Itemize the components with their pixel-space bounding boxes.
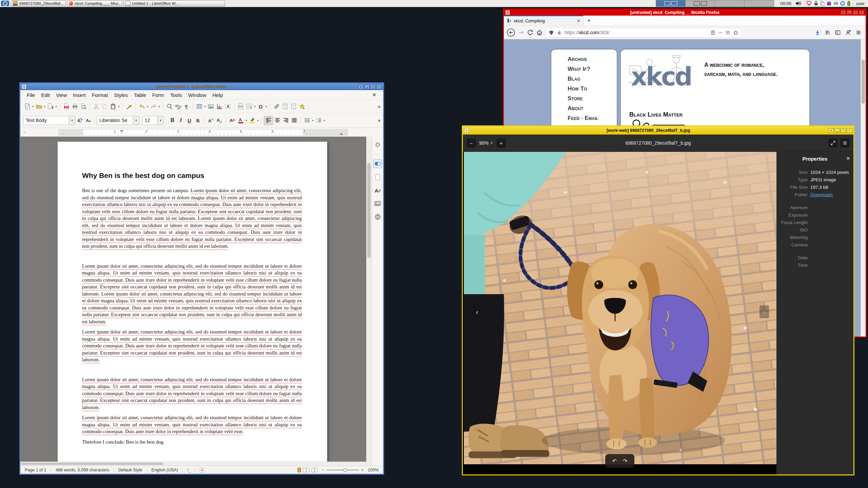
insert-hyperlink-icon[interactable] (272, 102, 281, 111)
menu-format[interactable]: Format (89, 92, 111, 98)
sidebar-navigator-icon[interactable] (374, 213, 382, 221)
save-icon[interactable] (46, 102, 55, 111)
viewer-titlebar[interactable]: ▾ [work-web] 6968727080_29ecef8af7_b.jpg… (463, 126, 853, 135)
page-actions-icon[interactable]: ⋯ (718, 30, 723, 35)
underline-button[interactable]: U (185, 116, 194, 125)
menu-insert[interactable]: Insert (70, 92, 89, 98)
special-character-icon[interactable]: Ω (256, 102, 265, 111)
insert-footnote-icon[interactable]: 1 (281, 102, 289, 111)
next-image-button[interactable]: › (760, 305, 769, 318)
indent-marker-right[interactable] (340, 133, 343, 135)
clipboard-pages-icon[interactable] (820, 1, 825, 6)
bullet-list-button[interactable] (303, 116, 311, 125)
taskbar-window-button[interactable]: xkcd: Compiling ___ Moz... (67, 0, 122, 6)
maximize-button[interactable]: ◻ (841, 128, 846, 133)
shade-button[interactable]: ▴ (358, 84, 363, 89)
paragraph-style-combo[interactable]: Text Body▼ (23, 116, 75, 125)
document-close-icon[interactable]: ✕ (372, 92, 380, 98)
status-page-number[interactable]: Page 1 of 1 (20, 468, 51, 472)
panel-close-icon[interactable]: ✕ (846, 156, 850, 161)
undo-icon[interactable] (138, 102, 146, 111)
viewer-menu-button[interactable] (841, 139, 849, 147)
align-right-button[interactable] (281, 116, 290, 125)
superscript-button[interactable]: A2 (206, 116, 215, 125)
insert-bookmark-icon[interactable] (298, 102, 306, 111)
align-center-button[interactable] (273, 116, 281, 125)
menu-table[interactable]: Table (131, 92, 149, 98)
font-size-combo[interactable]: 12▼ (142, 116, 164, 125)
new-tab-button[interactable]: + (584, 16, 594, 26)
xkcd-nav-link[interactable]: Store (568, 94, 617, 103)
lock-icon[interactable] (813, 1, 818, 6)
previous-image-button[interactable]: ‹ (472, 305, 482, 318)
account-icon[interactable] (845, 29, 851, 36)
vertical-scrollbar[interactable] (366, 137, 372, 466)
insert-endnote-icon[interactable]: i (289, 102, 298, 111)
document-page[interactable]: Why Ben is the best dog on campus Ben is… (58, 142, 327, 466)
bookmark-star-icon[interactable] (733, 30, 738, 35)
align-left-button[interactable] (264, 116, 273, 125)
numbered-list-button[interactable]: 1.2. (314, 116, 323, 125)
window-menu-icon[interactable]: ▾ (22, 84, 26, 89)
menu-file[interactable]: File (24, 92, 38, 98)
minimize-button[interactable]: ▁ (364, 84, 370, 89)
zoom-slider-thumb[interactable] (343, 468, 347, 472)
dog-photo[interactable] (464, 152, 776, 464)
workspace-4[interactable] (744, 0, 774, 7)
insert-chart-icon[interactable] (215, 102, 223, 111)
update-style-icon[interactable]: A (75, 116, 84, 125)
sidebar-toggle-icon[interactable] (835, 29, 841, 36)
menu-view[interactable]: View (53, 92, 70, 98)
save-status-icon[interactable] (195, 468, 209, 472)
menu-styles[interactable]: Styles (111, 92, 131, 98)
menu-help[interactable]: Help (209, 92, 226, 98)
open-icon[interactable] (35, 102, 43, 111)
close-button[interactable]: × (847, 128, 852, 133)
downloads-icon[interactable] (814, 29, 821, 36)
sidebar-gallery-icon[interactable] (374, 200, 382, 208)
zoom-slider[interactable] (327, 470, 359, 470)
reader-mode-icon[interactable] (710, 30, 715, 36)
volume-icon[interactable] (795, 1, 802, 6)
combo-dropdown-icon[interactable]: ▼ (69, 116, 75, 125)
justify-button[interactable] (290, 116, 298, 125)
formatting-marks-icon[interactable]: ¶ (182, 102, 191, 111)
italic-button[interactable]: I (177, 116, 185, 125)
shade-button[interactable]: ▴ (841, 10, 846, 15)
status-page-style[interactable]: Default Style (114, 468, 147, 472)
minimize-button[interactable]: ▁ (834, 128, 840, 133)
reload-button[interactable] (527, 29, 534, 36)
close-button[interactable]: × (376, 84, 382, 89)
lock-icon[interactable] (557, 30, 562, 35)
maximize-button[interactable]: ◻ (370, 84, 376, 89)
user-label[interactable]: user (856, 1, 865, 6)
combo-dropdown-icon[interactable]: ▼ (157, 116, 163, 125)
dropdown-arrow[interactable]: ▾ (32, 105, 35, 108)
tab-stop-selector-icon[interactable]: ⌐ (24, 130, 27, 134)
insert-textbox-icon[interactable]: A (223, 102, 232, 111)
workspace-pager[interactable] (656, 0, 774, 7)
document-canvas[interactable]: Why Ben is the best dog on campus Ben is… (20, 137, 366, 466)
minimize-button[interactable]: ▁ (847, 10, 852, 15)
workspace-1[interactable] (656, 0, 686, 7)
toolbar-overflow-icon[interactable]: » (378, 104, 380, 109)
bold-button[interactable]: B (168, 116, 177, 125)
dropdown-arrow[interactable]: ▾ (203, 105, 206, 108)
taskbar-window-button[interactable]: Untitled 1 - LibreOffice W... (123, 0, 225, 6)
zoom-in-icon[interactable]: + (361, 468, 363, 472)
domain-window-icon[interactable] (826, 1, 832, 6)
dropdown-arrow[interactable]: ▾ (146, 105, 149, 108)
zoom-level[interactable]: 90% (479, 140, 489, 146)
library-icon[interactable] (825, 29, 831, 36)
horizontal-scrollbar[interactable] (20, 462, 366, 466)
sidebar-properties-icon[interactable] (373, 159, 382, 168)
dropdown-arrow[interactable]: ▾ (323, 119, 326, 122)
sidebar-styles-icon[interactable]: A (374, 186, 382, 195)
book-view-icon[interactable] (311, 468, 318, 472)
window-menu-icon[interactable]: ▾ (464, 128, 469, 133)
scrollbar-thumb[interactable] (862, 60, 865, 104)
find-replace-icon[interactable] (165, 102, 174, 111)
dropdown-arrow[interactable]: ▾ (117, 105, 120, 108)
xkcd-nav-link[interactable]: Archive (568, 54, 617, 64)
single-page-view-icon[interactable] (297, 468, 301, 472)
